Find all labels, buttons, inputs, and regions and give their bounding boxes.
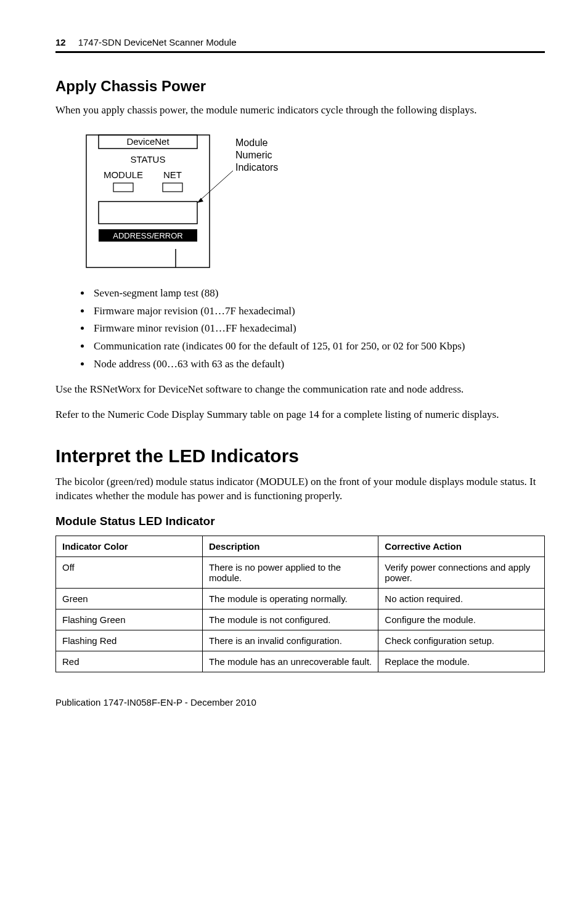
publication-footer: Publication 1747-IN058F-EN-P - December … [55, 697, 545, 707]
diagram-callout-line2: Numeric [235, 150, 272, 160]
cell-desc: There is no power applied to the module. [202, 556, 378, 588]
header-divider [55, 51, 545, 53]
cell-action: Replace the module. [378, 651, 545, 672]
table-row: Red The module has an unrecoverable faul… [56, 651, 545, 672]
section-heading-interpret-led: Interpret the LED Indicators [55, 446, 545, 467]
module-diagram: DeviceNet STATUS MODULE NET ADDRESS/ERRO… [74, 129, 545, 276]
svg-line-7 [197, 171, 233, 203]
page-header: 12 1747-SDN DeviceNet Scanner Module [55, 37, 545, 47]
cell-desc: There is an invalid configuration. [202, 630, 378, 651]
diagram-module-label: MODULE [104, 169, 143, 180]
cell-color: Red [56, 651, 203, 672]
table-heading-module-status: Module Status LED Indicator [55, 515, 545, 528]
diagram-address-error-label: ADDRESS/ERROR [113, 231, 182, 240]
table-row: Flashing Red There is an invalid configu… [56, 630, 545, 651]
cell-desc: The module is operating normally. [202, 588, 378, 609]
cell-color: Off [56, 556, 203, 588]
cell-action: Check configuration setup. [378, 630, 545, 651]
svg-marker-8 [197, 198, 203, 203]
module-status-table: Indicator Color Description Corrective A… [55, 536, 545, 672]
diagram-net-label: NET [163, 169, 182, 180]
cell-action: Configure the module. [378, 609, 545, 630]
col-header-corrective-action: Corrective Action [378, 536, 545, 556]
table-row: Green The module is operating normally. … [56, 588, 545, 609]
list-item: Firmware minor revision (01…FF hexadecim… [91, 321, 545, 336]
table-row: Off There is no power applied to the mod… [56, 556, 545, 588]
cell-color: Flashing Red [56, 630, 203, 651]
cell-color: Flashing Green [56, 609, 203, 630]
svg-rect-2 [113, 183, 133, 192]
table-row: Flashing Green The module is not configu… [56, 609, 545, 630]
paragraph-refer-table: Refer to the Numeric Code Display Summar… [55, 408, 545, 422]
cell-desc: The module is not configured. [202, 609, 378, 630]
section1-intro: When you apply chassis power, the module… [55, 104, 545, 118]
diagram-devicenet-label: DeviceNet [126, 136, 169, 147]
diagram-callout-line1: Module [235, 137, 268, 148]
cell-color: Green [56, 588, 203, 609]
section2-intro: The bicolor (green/red) module status in… [55, 475, 545, 503]
section-heading-apply-chassis-power: Apply Chassis Power [55, 78, 545, 95]
cell-action: No action required. [378, 588, 545, 609]
svg-rect-3 [163, 183, 182, 192]
cell-action: Verify power connections and apply power… [378, 556, 545, 588]
diagram-callout-line3: Indicators [235, 162, 278, 173]
page-number: 12 [55, 37, 66, 47]
cell-desc: The module has an unrecoverable fault. [202, 651, 378, 672]
col-header-description: Description [202, 536, 378, 556]
diagram-status-label: STATUS [131, 154, 166, 165]
list-item: Communication rate (indicates 00 for the… [91, 339, 545, 354]
list-item: Firmware major revision (01…7F hexadecim… [91, 304, 545, 319]
list-item: Seven-segment lamp test (88) [91, 286, 545, 301]
col-header-indicator-color: Indicator Color [56, 536, 203, 556]
feature-bullet-list: Seven-segment lamp test (88) Firmware ma… [55, 286, 545, 372]
document-title: 1747-SDN DeviceNet Scanner Module [78, 37, 237, 47]
paragraph-rsnetworx: Use the RSNetWorx for DeviceNet software… [55, 383, 545, 397]
list-item: Node address (00…63 with 63 as the defau… [91, 357, 545, 372]
svg-rect-4 [99, 202, 197, 224]
table-header-row: Indicator Color Description Corrective A… [56, 536, 545, 556]
